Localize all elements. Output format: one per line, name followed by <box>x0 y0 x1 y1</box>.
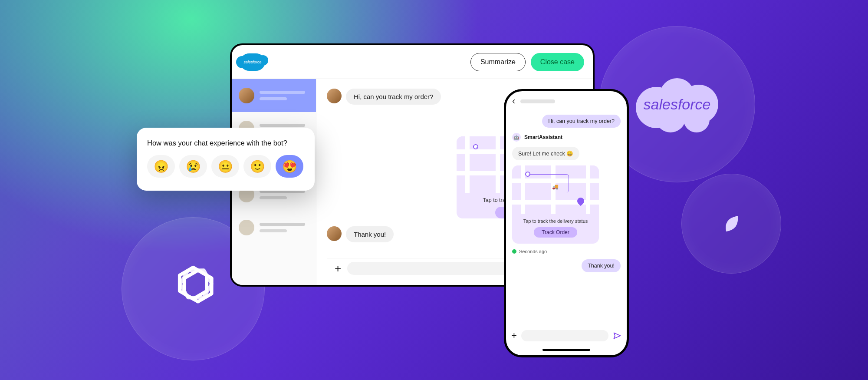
send-icon[interactable] <box>613 331 621 340</box>
leaf-icon <box>718 211 744 237</box>
close-case-button[interactable]: Close case <box>531 53 584 71</box>
salesforce-cloud-icon: salesforce <box>636 78 718 130</box>
summarize-button[interactable]: Summarize <box>470 53 526 71</box>
mobile-chat-thread: Hi, can you track my order? 🤖 SmartAssis… <box>506 111 627 325</box>
mobile-chat-window: ‹ Hi, can you track my order? 🤖 SmartAss… <box>504 89 629 357</box>
user-message-bubble: Thank you! <box>346 226 394 242</box>
home-indicator <box>542 349 590 351</box>
message-input[interactable] <box>521 330 608 341</box>
conversation-item[interactable] <box>232 211 316 244</box>
bot-message-bubble: Sure! Let me check 😄 <box>512 147 579 160</box>
bot-label-row: 🤖 SmartAssistant <box>512 133 621 142</box>
map-tracking-card: 🚚 Tap to track the delivery status Track… <box>512 165 599 244</box>
openai-logo-icon <box>165 261 221 317</box>
avatar <box>239 220 254 235</box>
timestamp-text: Seconds ago <box>519 249 547 254</box>
salesforce-logo-icon: salesforce <box>240 53 265 71</box>
attach-icon[interactable]: + <box>511 331 517 340</box>
user-message-bubble: Thank you! <box>582 259 621 272</box>
status-dot-icon <box>512 249 516 254</box>
desktop-header: salesforce Summarize Close case <box>232 45 593 79</box>
feedback-emoji-love[interactable]: 😍 <box>276 155 303 178</box>
map-preview: 🚚 <box>512 165 599 214</box>
feedback-emoji-row: 😠 😢 😐 🙂 😍 <box>147 155 304 178</box>
feedback-emoji-sad[interactable]: 😢 <box>179 155 207 178</box>
small-glass-circle <box>681 174 781 274</box>
salesforce-wordmark: salesforce <box>644 96 711 113</box>
user-avatar <box>327 89 342 103</box>
timestamp-row: Seconds ago <box>512 249 621 254</box>
bot-avatar-icon: 🤖 <box>512 133 521 142</box>
feedback-popover: How was your chat experience with the bo… <box>137 128 315 191</box>
feedback-emoji-angry[interactable]: 😠 <box>147 155 175 178</box>
back-icon[interactable]: ‹ <box>512 96 515 107</box>
track-order-button[interactable]: Track Order <box>534 227 577 238</box>
map-tap-text: Tap to track the delivery status <box>517 218 594 224</box>
mobile-header: ‹ <box>506 91 627 111</box>
user-avatar <box>327 226 342 241</box>
conversation-item[interactable] <box>232 79 316 112</box>
header-placeholder <box>520 99 555 103</box>
bot-name: SmartAssistant <box>524 134 562 140</box>
avatar <box>239 88 254 103</box>
user-message-bubble: Hi, can you track my order? <box>346 89 441 105</box>
attach-icon[interactable]: + <box>335 263 341 274</box>
feedback-emoji-neutral[interactable]: 😐 <box>211 155 239 178</box>
user-message-bubble: Hi, can you track my order? <box>542 115 621 128</box>
feedback-emoji-happy[interactable]: 🙂 <box>243 155 271 178</box>
mobile-input-row: + <box>506 325 627 346</box>
feedback-title: How was your chat experience with the bo… <box>147 139 304 147</box>
